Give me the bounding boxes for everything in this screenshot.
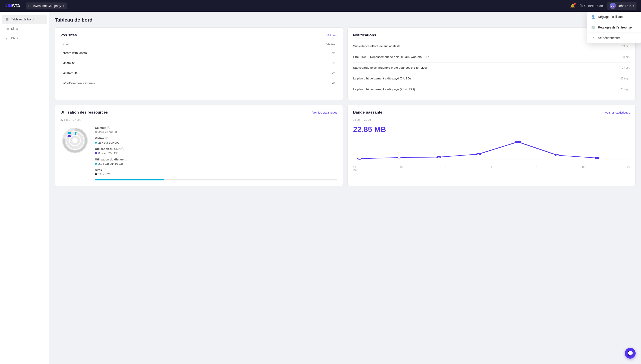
resources-card-header: Utilisation des ressources Voir les stat…: [60, 110, 337, 115]
notification-text: Le plan d'hébergement a été payé (25.4 U…: [353, 87, 617, 92]
chart-label-20: 20: [627, 166, 630, 171]
site-visits: 29: [265, 68, 337, 78]
user-settings-icon: 👤: [591, 15, 595, 19]
notification-date: 27 sept.: [620, 76, 630, 80]
stat-value-cdn: 0 B sur 200 GB: [95, 152, 337, 155]
bandwidth-date-range: 13 oct. – 20 oct.: [353, 118, 630, 122]
chart-label-18: 18: [536, 166, 539, 171]
notification-date: 20 sept.: [620, 87, 630, 91]
stat-row-cdn: Utilisation du CDN ⓘ 0 B sur 200 GB: [95, 147, 337, 155]
sidebar-item-sites[interactable]: ◎ Sites: [2, 24, 47, 33]
sidebar-item-dns[interactable]: ⇄ DNS: [2, 34, 47, 43]
sites-card-header: Vos sites Voir tout: [60, 33, 337, 38]
help-label: Centre d'aide: [584, 4, 603, 8]
chart-label-14: 14Oct.: [353, 166, 357, 171]
company-selector[interactable]: ⊟ Awesome Company ▾: [26, 2, 67, 10]
disk-progress-fill: [95, 179, 164, 180]
stat-dot-cdn: [95, 152, 97, 154]
site-name: WooCommerce Course: [60, 78, 265, 88]
bandwidth-voir-stats-link[interactable]: Voir les statistiques: [605, 111, 630, 114]
bandwidth-chart-labels: 14Oct. 15 16 17 18 19 20: [353, 166, 630, 171]
svg-point-9: [476, 154, 480, 155]
bandwidth-chart: [353, 137, 630, 164]
resources-card-title: Utilisation des ressources: [60, 110, 108, 115]
user-chevron-icon: ▾: [633, 4, 634, 8]
stat-label-visits: Visites ⓘ: [95, 136, 337, 140]
stat-dot-disk: [95, 163, 97, 165]
sidebar-label-sites: Sites: [11, 27, 18, 30]
chevron-down-icon: ▾: [63, 4, 64, 8]
chart-label-16: 16: [445, 166, 448, 171]
stat-value-visits: 257 sur 100,000: [95, 141, 337, 144]
notification-text: Le plan d'hébergement a été payé (0 USD): [353, 76, 617, 81]
page-title: Tableau de bord: [55, 17, 636, 23]
svg-point-6: [358, 158, 362, 159]
bandwidth-value: 22.85 MB: [353, 125, 630, 134]
company-selector-icon: ⊟: [28, 4, 31, 8]
bandwidth-card: Bande passante Voir les statistiques 13 …: [348, 104, 636, 186]
chat-button[interactable]: 💬: [625, 348, 636, 358]
dropdown-label-user-settings: Réglages utilisateur: [598, 15, 626, 19]
dropdown-item-user-settings[interactable]: 👤 Réglages utilisateur: [587, 12, 641, 22]
user-menu-button[interactable]: JD John Doe ▾: [607, 2, 636, 10]
donut-legend-visits: [68, 132, 71, 134]
sidebar-label-dns: DNS: [11, 36, 18, 40]
svg-point-11: [556, 154, 560, 156]
svg-point-8: [437, 156, 441, 158]
stat-label-cdn: Utilisation du CDN ⓘ: [95, 147, 337, 151]
header: KINSTA ⊟ Awesome Company ▾ 🔔 ⓘ Centre d'…: [0, 0, 641, 12]
stat-label-month: Ce mois ⓘ: [95, 126, 337, 130]
notifications-card-title: Notifications: [353, 33, 376, 38]
cards-grid: Vos sites Voir tout Nom Visites create w…: [55, 28, 636, 186]
notification-dot: [574, 3, 576, 5]
notification-text: Surveillance effectuée sur kinstalife: [353, 44, 618, 48]
notification-item: Le plan d'hébergement a été payé (0 USD)…: [353, 74, 630, 84]
notification-text: Erreur 502 - Dépassement de délai dû aux…: [353, 55, 618, 59]
sites-voir-tout-link[interactable]: Voir tout: [326, 34, 337, 37]
svg-point-10: [515, 141, 521, 143]
stat-value-month: Jour 23 sur 30: [95, 130, 337, 134]
dns-icon: ⇄: [6, 36, 9, 40]
donut-legend: [68, 132, 71, 137]
site-name: kinstamulti: [60, 68, 265, 78]
notification-text: Sauvegarde téléchargeable prête pour Joe…: [353, 66, 618, 70]
sites-card: Vos sites Voir tout Nom Visites create w…: [55, 28, 343, 100]
donut-svg: [60, 126, 90, 155]
sites-icon: ◎: [6, 27, 9, 31]
site-name: kinstalife: [60, 58, 265, 68]
svg-point-7: [397, 157, 401, 158]
site-visits: 28: [265, 78, 337, 88]
sidebar-item-dashboard[interactable]: ⊞ Tableau de bord: [2, 15, 47, 24]
sidebar: ⊞ Tableau de bord ◎ Sites ⇄ DNS: [0, 12, 50, 364]
bandwidth-chart-svg: [353, 137, 630, 162]
resources-card: Utilisation des ressources Voir les stat…: [55, 104, 343, 186]
notification-date: 17 oct.: [622, 66, 630, 69]
logout-icon: ↩: [591, 36, 595, 40]
chart-label-15: 15: [400, 166, 403, 171]
sidebar-label-dashboard: Tableau de bord: [11, 18, 34, 21]
user-name: John Doe: [618, 4, 631, 8]
notifications-list: Surveillance effectuée sur kinstalife 19…: [353, 41, 630, 94]
resources-body: Ce mois ⓘ Jour 23 sur 30 Visites ⓘ 257 s…: [60, 126, 337, 180]
donut-legend-cdn: [68, 135, 71, 137]
stat-dot-visits: [95, 142, 97, 144]
stat-dot-sites: [95, 173, 97, 175]
resources-voir-stats-link[interactable]: Voir les statistiques: [312, 111, 337, 114]
site-visits: 65: [265, 48, 337, 58]
stat-label-disk: Utilisation du disque ⓘ: [95, 158, 337, 161]
table-row: WooCommerce Course 28: [60, 78, 337, 88]
help-button[interactable]: ⓘ Centre d'aide: [580, 4, 603, 8]
stat-dot-month: [95, 131, 97, 133]
notification-item: Le plan d'hébergement a été payé (25.4 U…: [353, 84, 630, 95]
disk-progress-bar: [95, 179, 337, 180]
kinsta-logo: KINSTA: [4, 3, 20, 8]
site-name: create with kinsta: [60, 48, 265, 58]
site-visits: 33: [265, 58, 337, 68]
bandwidth-card-title: Bande passante: [353, 110, 382, 115]
dropdown-item-company-settings[interactable]: 🏢 Réglages de l'entreprise: [587, 22, 641, 33]
avatar-initials: JD: [611, 4, 614, 7]
notification-bell-button[interactable]: 🔔: [570, 3, 575, 8]
dropdown-item-logout[interactable]: ↩ Se déconnecter: [587, 33, 641, 43]
stat-row-disk: Utilisation du disque ⓘ 2.84 GB sur 10 G…: [95, 158, 337, 166]
stat-label-sites: Sites ⓘ: [95, 168, 337, 172]
